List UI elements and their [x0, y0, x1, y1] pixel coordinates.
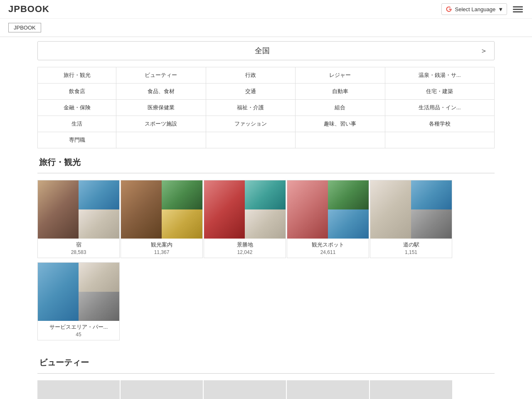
category-cell[interactable]: 温泉・銭湯・サ...: [385, 67, 494, 84]
beauty-card-5[interactable]: [370, 380, 452, 399]
category-cell[interactable]: 交通: [206, 84, 295, 100]
main-content: 全国 ＞ 旅行・観光ビューティー行政レジャー温泉・銭湯・サ...飲食店食品、食材…: [29, 37, 503, 399]
card-count: 45: [40, 332, 117, 337]
category-cell[interactable]: 生活用品・イン...: [385, 100, 494, 116]
card-count: 11,367: [123, 249, 200, 255]
header: JPBOOK Select Language ▼: [0, 0, 532, 19]
card-count: 28,583: [40, 249, 117, 255]
category-cell[interactable]: 各種学校: [385, 116, 494, 132]
beauty-cards: [37, 380, 495, 399]
travel-cards: 宿28,583観光案内11,367景勝地12,042観光スポット24,611道の…: [37, 180, 495, 345]
category-cell[interactable]: [206, 132, 295, 148]
category-cell[interactable]: 行政: [206, 67, 295, 84]
category-grid: 旅行・観光ビューティー行政レジャー温泉・銭湯・サ...飲食店食品、食材交通自動車…: [37, 67, 495, 148]
card-image-1: [79, 263, 119, 292]
breadcrumb-bar: JPBOOK: [0, 19, 532, 37]
section-title-beauty: ビューティー: [37, 357, 495, 368]
google-icon: [445, 5, 453, 13]
category-cell[interactable]: 専門職: [38, 132, 116, 148]
category-cell[interactable]: 自動車: [296, 84, 385, 100]
card-image-main: [204, 180, 245, 239]
card-image-1: [328, 180, 369, 209]
category-cell[interactable]: スポーツ施設: [116, 116, 206, 132]
card-image-1: [411, 180, 452, 209]
card-image-2: [245, 209, 286, 239]
section-divider-beauty: [37, 373, 495, 374]
card-image-1: [79, 180, 119, 209]
beauty-card-3[interactable]: [204, 380, 286, 399]
card-title: 観光案内: [123, 241, 200, 249]
card-title: 宿: [40, 241, 117, 249]
section-title-travel: 旅行・観光: [37, 157, 495, 168]
card-count: 1,151: [373, 249, 449, 255]
region-selector[interactable]: 全国 ＞: [37, 41, 495, 60]
card-image-main: [38, 180, 79, 239]
category-cell[interactable]: [385, 132, 494, 148]
category-cell[interactable]: ビューティー: [116, 67, 206, 84]
card-title: 観光スポット: [290, 241, 366, 249]
category-cell[interactable]: 食品、食材: [116, 84, 206, 100]
category-cell[interactable]: 旅行・観光: [38, 67, 116, 84]
beauty-card-2[interactable]: [121, 380, 203, 399]
section-travel: 旅行・観光 宿28,583観光案内11,367景勝地12,042観光スポット24…: [37, 157, 495, 345]
card-image-2: [411, 209, 452, 239]
travel-card[interactable]: 景勝地12,042: [204, 180, 286, 258]
category-cell[interactable]: 金融・保険: [38, 100, 116, 116]
category-cell[interactable]: 生活: [38, 116, 116, 132]
travel-card[interactable]: 観光スポット24,611: [287, 180, 369, 258]
card-image-main: [287, 180, 328, 239]
category-cell[interactable]: 飲食店: [38, 84, 116, 100]
card-image-2: [79, 292, 119, 321]
section-beauty: ビューティー: [37, 357, 495, 399]
category-cell[interactable]: [296, 132, 385, 148]
card-title: 景勝地: [207, 241, 283, 249]
card-title: サービスエリア・パー...: [40, 323, 117, 331]
card-title: 道の駅: [373, 241, 449, 249]
region-label: 全国: [44, 46, 480, 56]
category-cell[interactable]: 組合: [296, 100, 385, 116]
category-cell[interactable]: レジャー: [296, 67, 385, 84]
category-cell[interactable]: 福祉・介護: [206, 100, 295, 116]
card-image-2: [328, 209, 369, 239]
language-selector[interactable]: Select Language ▼: [441, 3, 507, 15]
beauty-card-4[interactable]: [287, 380, 369, 399]
card-image-1: [162, 180, 202, 209]
card-count: 24,611: [290, 249, 366, 255]
card-image-main: [121, 180, 162, 239]
category-cell[interactable]: [116, 132, 206, 148]
region-chevron: ＞: [480, 46, 488, 56]
beauty-card-1[interactable]: [37, 380, 120, 399]
card-image-main: [370, 180, 411, 239]
travel-card[interactable]: 宿28,583: [37, 180, 120, 258]
category-cell[interactable]: 趣味、習い事: [296, 116, 385, 132]
card-image-2: [79, 209, 119, 239]
category-cell[interactable]: 住宅・建築: [385, 84, 494, 100]
category-cell[interactable]: ファッション: [206, 116, 295, 132]
breadcrumb-home[interactable]: JPBOOK: [8, 23, 41, 32]
menu-icon[interactable]: [512, 5, 524, 14]
site-logo[interactable]: JPBOOK: [8, 4, 49, 15]
card-image-main: [38, 263, 79, 321]
card-image-2: [162, 209, 202, 239]
card-count: 12,042: [207, 249, 283, 255]
card-image-1: [245, 180, 286, 209]
header-right: Select Language ▼: [441, 3, 524, 15]
travel-card[interactable]: サービスエリア・パー...45: [37, 262, 120, 340]
language-label: Select Language: [455, 6, 496, 12]
travel-card[interactable]: 道の駅1,151: [370, 180, 452, 258]
category-cell[interactable]: 医療保健業: [116, 100, 206, 116]
section-divider-travel: [37, 173, 495, 173]
language-dropdown-arrow: ▼: [498, 6, 503, 12]
travel-card[interactable]: 観光案内11,367: [121, 180, 203, 258]
